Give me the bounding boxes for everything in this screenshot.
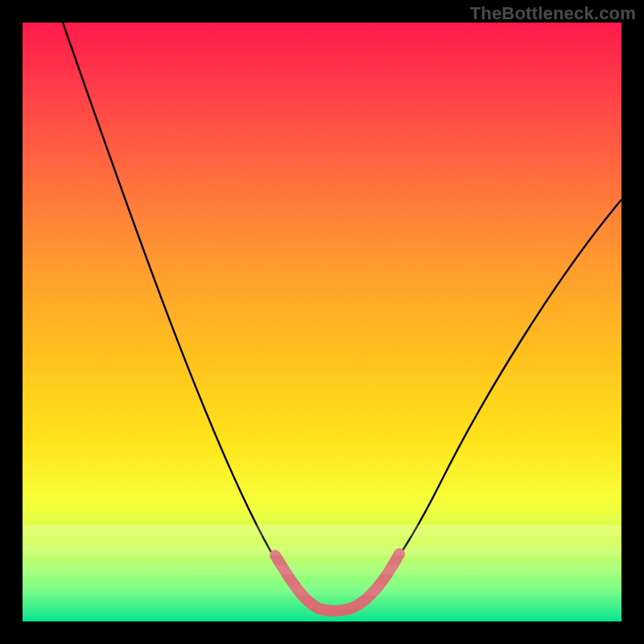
chart-frame: TheBottleneck.com <box>0 0 644 644</box>
plot-area <box>23 23 621 621</box>
bottleneck-curve <box>23 23 621 621</box>
watermark-text: TheBottleneck.com <box>470 3 636 24</box>
curve-path <box>63 23 621 611</box>
highlight-path <box>275 554 399 611</box>
